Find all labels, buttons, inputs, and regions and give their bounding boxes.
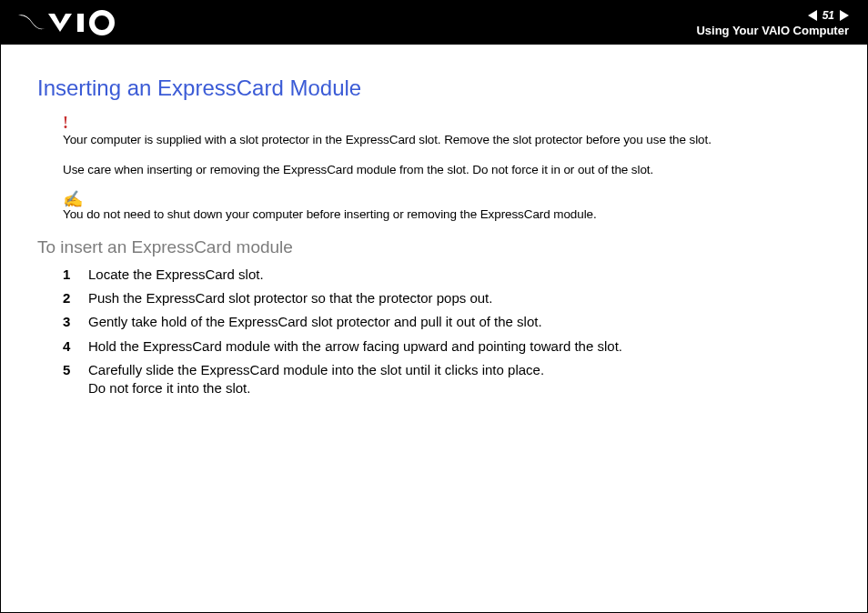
step-extra: Do not force it into the slot.	[88, 379, 831, 397]
vaio-logo-svg	[17, 10, 126, 35]
prev-page-icon[interactable]	[808, 10, 817, 21]
list-item: Gently take hold of the ExpressCard slot…	[63, 310, 831, 334]
step-text: Locate the ExpressCard slot.	[88, 266, 264, 282]
tip-text: You do not need to shut down your comput…	[63, 206, 831, 223]
step-text: Gently take hold of the ExpressCard slot…	[88, 314, 542, 329]
caution-icon: !	[63, 112, 831, 134]
procedure-steps: Locate the ExpressCard slot. Push the Ex…	[63, 263, 831, 401]
header-right: 51 Using Your VAIO Computer	[696, 9, 849, 37]
next-page-icon[interactable]	[840, 10, 849, 21]
list-item: Push the ExpressCard slot protector so t…	[63, 286, 831, 310]
page-title: Inserting an ExpressCard Module	[37, 75, 831, 101]
tip-block: ✍ You do not need to shut down your comp…	[63, 191, 831, 223]
list-item: Carefully slide the ExpressCard module i…	[63, 358, 831, 401]
page-content: Inserting an ExpressCard Module ! Your c…	[1, 45, 867, 400]
page-frame: 51 Using Your VAIO Computer Inserting an…	[0, 0, 868, 613]
svg-point-1	[92, 13, 112, 33]
caution-text-2: Use care when inserting or removing the …	[63, 162, 831, 178]
svg-rect-0	[77, 14, 84, 32]
vaio-logo	[17, 1, 126, 45]
header-section-label: Using Your VAIO Computer	[696, 24, 849, 37]
tip-icon: ✍	[63, 191, 831, 207]
page-nav: 51	[808, 9, 849, 22]
page-number: 51	[823, 9, 834, 22]
list-item: Hold the ExpressCard module with the arr…	[63, 335, 831, 358]
step-text: Carefully slide the ExpressCard module i…	[88, 362, 544, 377]
step-text: Push the ExpressCard slot protector so t…	[88, 290, 492, 306]
caution-text-1: Your computer is supplied with a slot pr…	[63, 132, 831, 148]
procedure-heading: To insert an ExpressCard module	[37, 237, 831, 257]
step-text: Hold the ExpressCard module with the arr…	[88, 338, 622, 354]
list-item: Locate the ExpressCard slot.	[63, 263, 831, 286]
caution-block: ! Your computer is supplied with a slot …	[63, 112, 831, 178]
header-bar: 51 Using Your VAIO Computer	[1, 1, 867, 45]
